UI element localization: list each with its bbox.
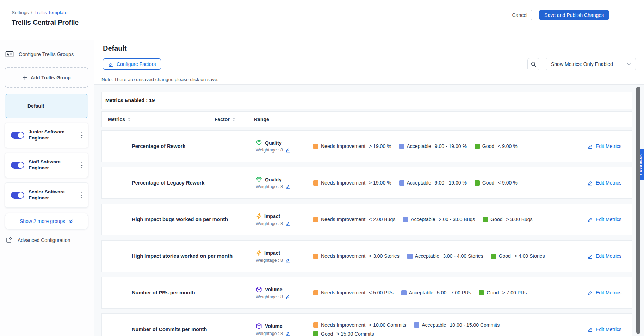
kebab-menu-icon[interactable] — [80, 131, 84, 140]
range-level-label: Good — [482, 180, 494, 186]
advanced-configuration-link[interactable]: Advanced Configuration — [5, 237, 89, 244]
kebab-menu-icon[interactable] — [80, 191, 84, 200]
range-value: > 7.00 PRs — [502, 290, 527, 295]
edit-weightage-icon[interactable] — [285, 184, 290, 189]
show-more-groups-button[interactable]: Show 2 more groups — [5, 213, 88, 230]
range-item: Acceptable10.00 - 15.00 Commits — [414, 322, 500, 328]
range-item: Acceptable5.00 - 7.00 PRs — [401, 290, 471, 295]
range-item: Good< 9.00 % — [475, 143, 518, 149]
factor-cell: Volume Weightage : 8 — [256, 286, 313, 299]
metric-row: Number of PRs per month — [101, 277, 632, 309]
metric-row: High Impact bugs worked on per month — [101, 204, 632, 235]
double-chevron-down-icon — [68, 219, 73, 224]
range-value: < 5.00 PRs — [369, 290, 394, 295]
save-and-publish-button[interactable]: Save and Publish Changes — [539, 10, 609, 20]
breadcrumb-settings[interactable]: Settings — [12, 10, 29, 15]
edit-weightage-icon[interactable] — [285, 148, 290, 153]
advanced-configuration-label: Advanced Configuration — [18, 237, 70, 243]
column-header-factor[interactable]: Factor — [215, 112, 235, 127]
advanced-configuration-icon — [5, 237, 12, 244]
factor-name: Quality — [265, 177, 281, 182]
edit-metrics-link[interactable]: Edit Metrics — [588, 253, 621, 259]
edit-weightage-icon[interactable] — [285, 331, 290, 336]
edit-metrics-link[interactable]: Edit Metrics — [588, 290, 621, 295]
edit-metrics-link[interactable]: Edit Metrics — [588, 326, 621, 332]
app-root: Settings/Trellis Template Trellis Centra… — [0, 0, 644, 336]
edit-metrics-label: Edit Metrics — [596, 326, 621, 332]
edit-weightage-icon[interactable] — [285, 221, 290, 226]
chevron-down-icon — [626, 62, 631, 67]
impact-bolt-icon — [256, 213, 261, 219]
range-item: Needs Improvement< 3.00 Stories — [313, 253, 400, 259]
configure-factors-button[interactable]: Configure Factors — [103, 58, 161, 70]
range-level-label: Good — [490, 217, 502, 222]
range-color-swatch — [399, 180, 404, 186]
header-actions: Cancel Save and Publish Changes — [508, 10, 609, 20]
breadcrumb-trellis-template[interactable]: Trellis Template — [35, 10, 68, 15]
range-level-label: Needs Improvement — [321, 143, 365, 149]
factor-cell: Impact Weightage : 8 — [256, 250, 313, 263]
edit-weightage-icon[interactable] — [285, 258, 290, 263]
sidebar-item-default[interactable]: Default — [5, 94, 88, 118]
range-item: Needs Improvement< 10.00 Commits — [313, 322, 406, 328]
range-color-swatch — [483, 217, 488, 222]
group-enabled-toggle[interactable] — [11, 162, 24, 169]
sort-icon[interactable] — [232, 117, 235, 122]
edit-metrics-label: Edit Metrics — [596, 180, 621, 186]
range-level-label: Good — [487, 290, 499, 295]
show-metrics-dropdown[interactable]: Show Metrics: Only Enabled — [546, 58, 636, 70]
range-level-label: Good — [482, 143, 494, 149]
cancel-button[interactable]: Cancel — [508, 10, 532, 20]
factor-cell: Impact Weightage : 8 — [256, 213, 313, 226]
metrics-enabled-count: Metrics Enabled : 19 — [101, 92, 632, 109]
group-enabled-toggle[interactable] — [11, 132, 24, 139]
pencil-icon — [108, 62, 113, 67]
column-header-range: Range — [254, 112, 269, 127]
main-content: Default Configure Factors Note: There ar… — [94, 40, 644, 336]
range-cell: Needs Improvement> 19.00 %Acceptable9.00… — [313, 180, 563, 186]
range-item: Good> 7.00 PRs — [479, 290, 527, 295]
metric-name: Percentage of Rework — [132, 143, 256, 149]
quality-gem-icon — [256, 140, 262, 146]
show-metrics-dropdown-value: Show Metrics: Only Enabled — [551, 61, 613, 67]
kebab-menu-icon[interactable] — [80, 161, 84, 170]
vertical-scrollbar[interactable] — [636, 87, 640, 334]
range-color-swatch — [401, 290, 407, 295]
configure-trellis-groups-header: Configure Trellis Groups — [5, 51, 89, 58]
range-value: 9.00 - 19.00 % — [435, 180, 467, 186]
range-item: Needs Improvement< 2.00 Bugs — [313, 217, 395, 222]
pencil-icon — [588, 290, 593, 295]
column-header-metrics[interactable]: Metrics — [108, 112, 131, 127]
weightage-label: Weightage : 8 — [256, 294, 283, 299]
add-trellis-group-button[interactable]: Add Trellis Group — [5, 67, 88, 88]
metrics-enabled-label: Metrics Enabled : 19 — [105, 98, 155, 103]
factor-name: Impact — [264, 250, 280, 256]
range-cell: Needs Improvement> 19.00 %Acceptable9.00… — [313, 143, 563, 149]
range-level-label: Acceptable — [409, 290, 433, 295]
range-value: < 10.00 Commits — [369, 322, 406, 328]
range-cell: Needs Improvement< 2.00 BugsAcceptable2.… — [313, 217, 563, 222]
pencil-icon — [588, 327, 593, 332]
metric-name: High Impact stories worked on per month — [132, 253, 256, 259]
range-item: Good> 15.00 Commits — [313, 331, 374, 336]
edit-metrics-link[interactable]: Edit Metrics — [588, 180, 621, 186]
sidebar-group-card[interactable]: Senior Software Engineer — [5, 182, 88, 208]
breadcrumb: Settings/Trellis Template — [12, 10, 67, 15]
id-card-icon — [5, 51, 14, 58]
range-item: Needs Improvement> 19.00 % — [313, 180, 391, 186]
range-cell: Needs Improvement< 3.00 StoriesAcceptabl… — [313, 253, 563, 259]
weightage-label: Weightage : 8 — [256, 148, 283, 153]
group-enabled-toggle[interactable] — [11, 192, 24, 199]
sidebar-group-card[interactable]: Staff Software Engineer — [5, 153, 88, 178]
main-top-bar: Default Configure Factors Note: There ar… — [94, 40, 644, 85]
factor-name: Impact — [264, 213, 280, 219]
sort-icon[interactable] — [128, 117, 131, 122]
search-button[interactable] — [527, 58, 539, 70]
sidebar-group-card[interactable]: Junior Software Engineer — [5, 123, 88, 148]
range-color-swatch — [313, 290, 318, 295]
range-value: > 19.00 % — [369, 143, 391, 149]
edit-metrics-link[interactable]: Edit Metrics — [588, 143, 621, 149]
edit-metrics-link[interactable]: Edit Metrics — [588, 217, 621, 222]
edit-weightage-icon[interactable] — [285, 294, 290, 299]
range-level-label: Needs Improvement — [321, 253, 365, 259]
